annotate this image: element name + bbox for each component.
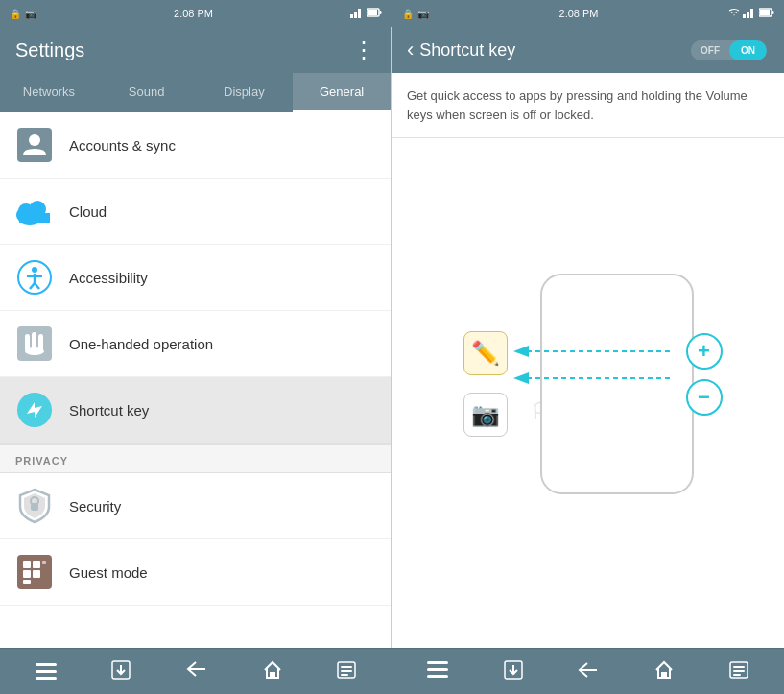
cloud-label: Cloud <box>69 203 107 220</box>
svg-rect-43 <box>36 677 57 680</box>
svg-rect-17 <box>19 213 50 223</box>
svg-rect-5 <box>380 11 382 14</box>
svg-rect-38 <box>23 580 31 584</box>
security-icon <box>15 487 54 525</box>
svg-rect-35 <box>42 561 46 564</box>
left-status-camera-icon: 📷 <box>25 9 36 19</box>
right-bottom-nav <box>392 648 784 694</box>
tab-display[interactable]: Display <box>196 73 294 112</box>
left-nav-download-icon[interactable] <box>111 660 131 683</box>
left-nav-back-icon[interactable] <box>186 660 207 682</box>
menu-item-guest[interactable]: Guest mode <box>0 539 391 606</box>
left-bottom-nav <box>0 648 392 694</box>
svg-rect-37 <box>33 570 40 578</box>
svg-rect-11 <box>772 11 774 14</box>
back-icon[interactable]: ‹ <box>407 37 414 62</box>
menu-item-cloud[interactable]: Cloud <box>0 179 391 245</box>
right-battery-icon <box>759 8 774 19</box>
accessibility-label: Accessibility <box>69 270 148 286</box>
arrows-svg <box>435 264 742 523</box>
right-status-time: 2:08 PM <box>559 8 599 19</box>
left-nav-home-icon[interactable] <box>263 660 282 683</box>
right-camera-icon: 📷 <box>417 9 429 19</box>
right-nav-back-icon[interactable] <box>578 661 599 682</box>
right-status-bar: 🔒 📷 2:08 PM <box>392 0 784 27</box>
illustration-area: phoneArena ✏️ 📷 + − <box>392 138 784 648</box>
left-panel: Settings ⋮ Networks Sound Display Genera… <box>0 27 392 648</box>
svg-rect-36 <box>23 570 31 578</box>
left-status-lock-icon: 🔒 <box>10 9 21 19</box>
menu-item-security[interactable]: Security <box>0 473 391 539</box>
svg-rect-50 <box>341 670 352 672</box>
one-handed-label: One-handed operation <box>69 336 213 352</box>
left-status-time: 2:08 PM <box>174 8 213 19</box>
svg-rect-6 <box>743 14 746 18</box>
shortcut-label: Shortcut key <box>69 402 149 419</box>
settings-menu-icon[interactable]: ⋮ <box>352 36 375 63</box>
left-signal-icon <box>350 7 364 20</box>
bottom-nav <box>0 648 784 694</box>
accessibility-icon <box>15 258 54 297</box>
svg-rect-4 <box>368 10 377 15</box>
right-nav-download-icon[interactable] <box>504 660 523 683</box>
phone-diagram: ✏️ 📷 + − <box>435 264 742 523</box>
left-nav-menu-icon[interactable] <box>36 663 57 681</box>
toggle-off-label: OFF <box>691 40 729 60</box>
svg-rect-51 <box>341 674 348 676</box>
shortcut-icon <box>15 391 54 429</box>
svg-point-19 <box>32 267 37 273</box>
svg-rect-10 <box>760 10 770 15</box>
right-nav-recents-icon[interactable] <box>729 661 748 682</box>
guest-label: Guest mode <box>69 564 148 581</box>
svg-rect-1 <box>354 12 357 18</box>
settings-title: Settings <box>15 39 84 61</box>
right-panel: ‹ Shortcut key OFF ON Get quick access t… <box>392 27 784 648</box>
tab-networks[interactable]: Networks <box>0 73 98 112</box>
svg-rect-41 <box>36 663 57 666</box>
svg-point-28 <box>25 347 44 355</box>
right-nav-menu-icon[interactable] <box>427 661 448 682</box>
svg-rect-52 <box>427 661 448 664</box>
right-header: ‹ Shortcut key OFF ON <box>392 27 784 73</box>
tab-general[interactable]: General <box>293 73 391 112</box>
right-signal-icon <box>743 7 756 20</box>
svg-line-23 <box>35 283 39 289</box>
svg-rect-58 <box>661 672 667 678</box>
menu-item-accounts[interactable]: Accounts & sync <box>0 112 391 179</box>
menu-item-shortcut[interactable]: Shortcut key <box>0 377 391 443</box>
right-lock-icon: 🔒 <box>402 9 414 19</box>
left-nav-recents-icon[interactable] <box>337 661 356 682</box>
svg-rect-42 <box>36 670 57 673</box>
guest-icon <box>15 553 54 591</box>
svg-rect-54 <box>427 675 448 678</box>
menu-item-accessibility[interactable]: Accessibility <box>0 245 391 311</box>
svg-point-13 <box>29 134 40 146</box>
accounts-icon <box>15 126 54 164</box>
menu-list: Accounts & sync Cloud Accessibility <box>0 112 391 648</box>
svg-rect-60 <box>733 666 745 668</box>
accounts-label: Accounts & sync <box>69 137 176 154</box>
shortcut-key-title: Shortcut key <box>419 40 515 60</box>
left-status-bar: 🔒 📷 2:08 PM <box>0 0 392 27</box>
svg-rect-34 <box>33 561 40 568</box>
toggle-switch[interactable]: OFF ON <box>689 38 769 62</box>
left-battery-icon <box>367 8 382 19</box>
svg-rect-8 <box>750 9 753 18</box>
svg-rect-2 <box>358 9 361 18</box>
privacy-section-header: PRIVACY <box>0 443 391 473</box>
svg-rect-0 <box>350 14 353 18</box>
shortcut-description: Get quick access to apps by pressing and… <box>392 73 784 138</box>
svg-rect-53 <box>427 668 448 671</box>
menu-item-one-handed[interactable]: One-handed operation <box>0 311 391 377</box>
right-wifi-icon <box>728 8 740 19</box>
security-label: Security <box>69 498 121 515</box>
tab-sound[interactable]: Sound <box>98 73 196 112</box>
settings-tabs: Networks Sound Display General <box>0 73 391 112</box>
svg-rect-61 <box>733 670 745 672</box>
right-nav-home-icon[interactable] <box>654 660 674 683</box>
svg-rect-33 <box>23 561 31 568</box>
svg-rect-49 <box>341 666 352 668</box>
svg-rect-7 <box>747 12 749 18</box>
left-header: Settings ⋮ <box>0 27 391 73</box>
toggle-on-label: ON <box>729 40 767 60</box>
